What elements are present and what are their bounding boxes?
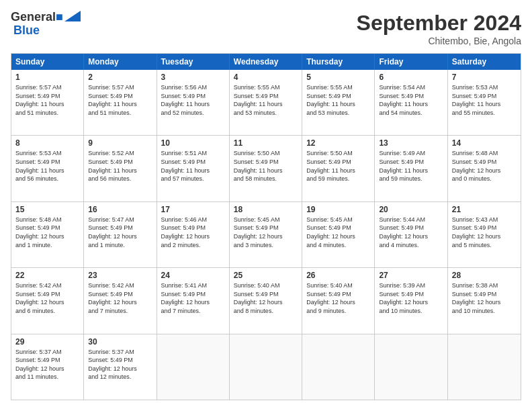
day-cell-27: 27Sunrise: 5:39 AM Sunset: 5:49 PM Dayli… <box>375 268 447 333</box>
day-info: Sunrise: 5:57 AM Sunset: 5:49 PM Dayligh… <box>88 83 152 117</box>
day-cell-18: 18Sunrise: 5:45 AM Sunset: 5:49 PM Dayli… <box>230 202 302 267</box>
day-info: Sunrise: 5:50 AM Sunset: 5:49 PM Dayligh… <box>306 149 370 183</box>
day-cell-10: 10Sunrise: 5:51 AM Sunset: 5:49 PM Dayli… <box>157 136 230 201</box>
day-info: Sunrise: 5:53 AM Sunset: 5:49 PM Dayligh… <box>15 149 79 183</box>
title-block: September 2024 Chitembo, Bie, Angola <box>357 11 521 46</box>
day-cell-15: 15Sunrise: 5:48 AM Sunset: 5:49 PM Dayli… <box>11 202 84 267</box>
day-info: Sunrise: 5:50 AM Sunset: 5:49 PM Dayligh… <box>234 149 298 183</box>
day-info: Sunrise: 5:37 AM Sunset: 5:49 PM Dayligh… <box>15 348 79 381</box>
day-number: 12 <box>306 138 370 148</box>
day-cell-9: 9Sunrise: 5:52 AM Sunset: 5:49 PM Daylig… <box>84 136 157 201</box>
day-info: Sunrise: 5:43 AM Sunset: 5:49 PM Dayligh… <box>452 216 517 249</box>
day-cell-19: 19Sunrise: 5:45 AM Sunset: 5:49 PM Dayli… <box>302 202 375 267</box>
day-info: Sunrise: 5:48 AM Sunset: 5:49 PM Dayligh… <box>452 149 517 183</box>
day-number: 13 <box>379 138 443 148</box>
day-cell-4: 4Sunrise: 5:55 AM Sunset: 5:49 PM Daylig… <box>230 70 302 135</box>
day-cell-3: 3Sunrise: 5:56 AM Sunset: 5:49 PM Daylig… <box>157 70 230 135</box>
day-cell-5: 5Sunrise: 5:55 AM Sunset: 5:49 PM Daylig… <box>302 70 375 135</box>
day-number: 10 <box>161 138 225 148</box>
day-cell-2: 2Sunrise: 5:57 AM Sunset: 5:49 PM Daylig… <box>84 70 157 135</box>
calendar-header: SundayMondayTuesdayWednesdayThursdayFrid… <box>11 54 521 70</box>
day-number: 22 <box>15 271 79 280</box>
day-info: Sunrise: 5:45 AM Sunset: 5:49 PM Dayligh… <box>306 216 370 249</box>
day-cell-26: 26Sunrise: 5:40 AM Sunset: 5:49 PM Dayli… <box>302 268 375 333</box>
day-cell-6: 6Sunrise: 5:54 AM Sunset: 5:49 PM Daylig… <box>375 70 447 135</box>
day-cell-22: 22Sunrise: 5:42 AM Sunset: 5:49 PM Dayli… <box>11 268 84 333</box>
day-cell-7: 7Sunrise: 5:53 AM Sunset: 5:49 PM Daylig… <box>448 70 521 135</box>
header-day-sunday: Sunday <box>11 54 84 70</box>
day-info: Sunrise: 5:39 AM Sunset: 5:49 PM Dayligh… <box>379 281 443 315</box>
logo: General■ Blue <box>11 11 81 38</box>
day-number: 5 <box>306 73 370 82</box>
calendar-body: 1Sunrise: 5:57 AM Sunset: 5:49 PM Daylig… <box>11 70 521 400</box>
day-number: 30 <box>88 337 152 347</box>
day-number: 3 <box>161 73 225 82</box>
header-day-saturday: Saturday <box>448 54 521 70</box>
month-title: September 2024 <box>357 11 521 36</box>
day-cell-23: 23Sunrise: 5:42 AM Sunset: 5:49 PM Dayli… <box>84 268 157 333</box>
day-number: 24 <box>161 271 225 280</box>
day-cell-8: 8Sunrise: 5:53 AM Sunset: 5:49 PM Daylig… <box>11 136 84 201</box>
day-info: Sunrise: 5:55 AM Sunset: 5:49 PM Dayligh… <box>234 83 298 117</box>
day-cell-12: 12Sunrise: 5:50 AM Sunset: 5:49 PM Dayli… <box>302 136 375 201</box>
header: General■ Blue September 2024 Chitembo, B… <box>11 11 521 46</box>
day-info: Sunrise: 5:53 AM Sunset: 5:49 PM Dayligh… <box>452 83 517 117</box>
header-day-thursday: Thursday <box>302 54 375 70</box>
empty-cell <box>230 334 302 400</box>
calendar-row-1: 1Sunrise: 5:57 AM Sunset: 5:49 PM Daylig… <box>11 70 521 135</box>
day-number: 4 <box>234 73 298 82</box>
day-info: Sunrise: 5:49 AM Sunset: 5:49 PM Dayligh… <box>379 149 443 183</box>
day-info: Sunrise: 5:42 AM Sunset: 5:49 PM Dayligh… <box>15 281 79 315</box>
day-number: 2 <box>88 73 152 82</box>
header-day-friday: Friday <box>375 54 447 70</box>
day-info: Sunrise: 5:51 AM Sunset: 5:49 PM Dayligh… <box>161 149 225 183</box>
day-number: 17 <box>161 205 225 214</box>
day-info: Sunrise: 5:47 AM Sunset: 5:49 PM Dayligh… <box>88 216 152 249</box>
day-info: Sunrise: 5:55 AM Sunset: 5:49 PM Dayligh… <box>306 83 370 117</box>
calendar: SundayMondayTuesdayWednesdayThursdayFrid… <box>11 53 521 400</box>
empty-cell <box>302 334 375 400</box>
day-number: 20 <box>379 205 443 214</box>
day-number: 8 <box>15 138 79 148</box>
day-number: 15 <box>15 205 79 214</box>
header-day-wednesday: Wednesday <box>230 54 302 70</box>
day-number: 26 <box>306 271 370 280</box>
day-number: 6 <box>379 73 443 82</box>
location: Chitembo, Bie, Angola <box>357 36 521 46</box>
day-info: Sunrise: 5:48 AM Sunset: 5:49 PM Dayligh… <box>15 216 79 249</box>
logo-icon <box>64 11 81 21</box>
day-info: Sunrise: 5:41 AM Sunset: 5:49 PM Dayligh… <box>161 281 225 315</box>
day-number: 11 <box>234 138 298 148</box>
empty-cell <box>448 334 521 400</box>
day-number: 14 <box>452 138 517 148</box>
logo-blue-text: Blue <box>13 24 40 37</box>
day-number: 27 <box>379 271 443 280</box>
calendar-row-4: 22Sunrise: 5:42 AM Sunset: 5:49 PM Dayli… <box>11 267 521 333</box>
day-cell-21: 21Sunrise: 5:43 AM Sunset: 5:49 PM Dayli… <box>448 202 521 267</box>
svg-marker-0 <box>64 11 81 21</box>
day-info: Sunrise: 5:37 AM Sunset: 5:49 PM Dayligh… <box>88 348 152 381</box>
empty-cell <box>375 334 447 400</box>
day-cell-17: 17Sunrise: 5:46 AM Sunset: 5:49 PM Dayli… <box>157 202 230 267</box>
day-info: Sunrise: 5:56 AM Sunset: 5:49 PM Dayligh… <box>161 83 225 117</box>
calendar-row-5: 29Sunrise: 5:37 AM Sunset: 5:49 PM Dayli… <box>11 334 521 400</box>
day-cell-14: 14Sunrise: 5:48 AM Sunset: 5:49 PM Dayli… <box>448 136 521 201</box>
day-number: 16 <box>88 205 152 214</box>
day-cell-13: 13Sunrise: 5:49 AM Sunset: 5:49 PM Dayli… <box>375 136 447 201</box>
day-number: 21 <box>452 205 517 214</box>
header-day-tuesday: Tuesday <box>157 54 230 70</box>
day-cell-24: 24Sunrise: 5:41 AM Sunset: 5:49 PM Dayli… <box>157 268 230 333</box>
day-info: Sunrise: 5:40 AM Sunset: 5:49 PM Dayligh… <box>306 281 370 315</box>
day-number: 28 <box>452 271 517 280</box>
day-info: Sunrise: 5:46 AM Sunset: 5:49 PM Dayligh… <box>161 216 225 249</box>
day-cell-28: 28Sunrise: 5:38 AM Sunset: 5:49 PM Dayli… <box>448 268 521 333</box>
day-number: 29 <box>15 337 79 347</box>
day-cell-30: 30Sunrise: 5:37 AM Sunset: 5:49 PM Dayli… <box>84 334 157 400</box>
day-number: 1 <box>15 73 79 82</box>
day-info: Sunrise: 5:40 AM Sunset: 5:49 PM Dayligh… <box>234 281 298 315</box>
day-number: 18 <box>234 205 298 214</box>
day-number: 7 <box>452 73 517 82</box>
calendar-row-2: 8Sunrise: 5:53 AM Sunset: 5:49 PM Daylig… <box>11 135 521 201</box>
day-info: Sunrise: 5:42 AM Sunset: 5:49 PM Dayligh… <box>88 281 152 315</box>
day-cell-1: 1Sunrise: 5:57 AM Sunset: 5:49 PM Daylig… <box>11 70 84 135</box>
